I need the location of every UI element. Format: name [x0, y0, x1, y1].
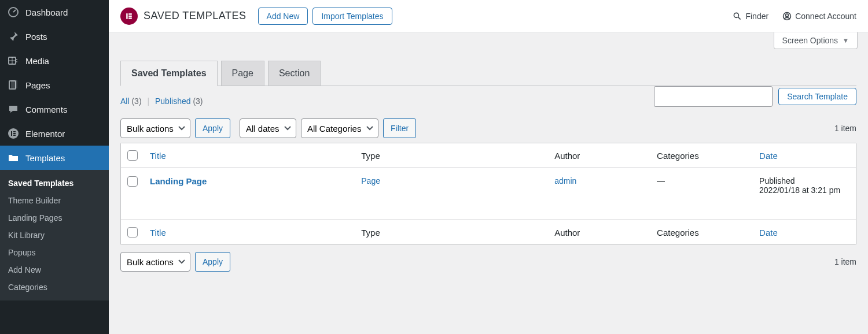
- filter-published-count: (3): [193, 97, 203, 106]
- template-date-value: 2022/01/18 at 3:21 pm: [759, 185, 850, 195]
- item-count-top: 1 item: [834, 124, 856, 133]
- sidebar-item-dashboard[interactable]: Dashboard: [0, 0, 109, 24]
- elementor-logo: [120, 8, 138, 25]
- template-categories: —: [657, 176, 665, 185]
- sidebar-item-label: Dashboard: [25, 8, 102, 17]
- sidebar-item-label: Pages: [25, 80, 102, 90]
- apply-bulk-button-bottom[interactable]: Apply: [195, 252, 230, 272]
- tab-saved-templates[interactable]: Saved Templates: [120, 61, 218, 86]
- sidebar-item-elementor[interactable]: Elementor: [0, 121, 109, 146]
- submenu-item-add-new[interactable]: Add New: [0, 261, 109, 279]
- user-icon: [782, 12, 792, 21]
- svg-rect-12: [128, 13, 132, 14]
- bulk-actions-select-bottom[interactable]: Bulk actions: [120, 252, 190, 272]
- svg-rect-11: [126, 13, 127, 19]
- column-footer-date[interactable]: Date: [759, 228, 778, 237]
- svg-point-15: [734, 13, 739, 17]
- column-header-categories: Categories: [657, 151, 699, 161]
- comment-icon: [7, 103, 20, 116]
- templates-table: Title Type Author Categories Date Landin…: [120, 143, 856, 245]
- status-filter-links: All (3) | Published (3): [120, 97, 654, 106]
- svg-rect-14: [128, 17, 132, 18]
- tabs-nav: Saved Templates Page Section: [120, 61, 856, 86]
- add-new-button[interactable]: Add New: [258, 8, 308, 25]
- column-footer-title[interactable]: Title: [150, 228, 166, 237]
- sidebar-item-posts[interactable]: Posts: [0, 24, 109, 49]
- top-bar: SAVED TEMPLATES Add New Import Templates…: [109, 0, 868, 32]
- sidebar-item-comments[interactable]: Comments: [0, 97, 109, 121]
- template-title-link[interactable]: Landing Page: [150, 176, 207, 186]
- dashboard-icon: [7, 6, 20, 18]
- sidebar-item-pages[interactable]: Pages: [0, 73, 109, 97]
- column-footer-author: Author: [554, 228, 580, 237]
- template-date-status: Published: [759, 176, 850, 185]
- admin-sidebar: Dashboard Posts Media Pages Comments Ele…: [0, 0, 109, 334]
- sidebar-item-label: Elementor: [25, 129, 102, 139]
- pin-icon: [7, 30, 20, 43]
- folder-icon: [7, 151, 20, 164]
- search-input[interactable]: [654, 86, 773, 107]
- bulk-actions-select[interactable]: Bulk actions: [120, 118, 190, 138]
- svg-rect-8: [13, 131, 16, 132]
- connect-account-label: Connect Account: [795, 12, 856, 21]
- submenu-item-theme-builder[interactable]: Theme Builder: [0, 192, 109, 209]
- template-type-link[interactable]: Page: [361, 176, 380, 185]
- tab-section[interactable]: Section: [268, 61, 321, 86]
- select-all-checkbox[interactable]: [127, 150, 138, 161]
- template-author-link[interactable]: admin: [554, 176, 576, 185]
- caret-down-icon: ▼: [843, 37, 849, 44]
- sidebar-item-label: Posts: [25, 32, 102, 42]
- category-filter-select[interactable]: All Categories: [301, 118, 378, 138]
- apply-bulk-button[interactable]: Apply: [195, 118, 230, 138]
- svg-point-17: [786, 14, 789, 17]
- date-filter-select[interactable]: All dates: [240, 118, 296, 138]
- finder-label: Finder: [745, 12, 768, 21]
- filter-all-count: (3): [131, 97, 141, 106]
- sidebar-item-label: Templates: [25, 153, 102, 163]
- svg-rect-9: [13, 133, 16, 134]
- table-row: Landing Page Page admin — Published 2022…: [121, 168, 856, 220]
- search-icon: [733, 12, 742, 21]
- submenu-item-landing-pages[interactable]: Landing Pages: [0, 209, 109, 227]
- screen-options-toggle[interactable]: Screen Options ▼: [774, 32, 858, 49]
- sidebar-item-media[interactable]: Media: [0, 49, 109, 73]
- svg-rect-13: [128, 15, 132, 16]
- filter-published-link[interactable]: Published: [155, 97, 191, 106]
- sidebar-item-label: Media: [25, 56, 102, 66]
- column-header-date[interactable]: Date: [759, 151, 778, 161]
- submenu-item-popups[interactable]: Popups: [0, 244, 109, 261]
- import-templates-button[interactable]: Import Templates: [312, 8, 392, 25]
- page-title: SAVED TEMPLATES: [144, 10, 247, 22]
- sidebar-item-label: Comments: [25, 105, 102, 114]
- svg-point-3: [16, 61, 17, 62]
- column-footer-type: Type: [361, 228, 380, 237]
- submenu-item-saved-templates[interactable]: Saved Templates: [0, 175, 109, 192]
- select-all-checkbox-bottom[interactable]: [127, 227, 138, 237]
- page-icon: [7, 79, 20, 91]
- tab-page[interactable]: Page: [221, 61, 264, 86]
- filter-all-link[interactable]: All: [120, 97, 130, 106]
- filter-button[interactable]: Filter: [383, 118, 416, 138]
- svg-rect-10: [13, 135, 16, 136]
- column-footer-categories: Categories: [657, 228, 699, 237]
- submenu-item-categories[interactable]: Categories: [0, 279, 109, 296]
- finder-link[interactable]: Finder: [733, 12, 768, 21]
- row-checkbox[interactable]: [127, 176, 138, 187]
- svg-point-2: [16, 59, 17, 60]
- connect-account-link[interactable]: Connect Account: [782, 12, 856, 21]
- media-icon: [7, 54, 20, 67]
- svg-rect-7: [11, 131, 12, 136]
- screen-options-label: Screen Options: [782, 36, 838, 45]
- svg-rect-5: [11, 80, 17, 88]
- column-header-type: Type: [361, 151, 380, 161]
- submenu-item-kit-library[interactable]: Kit Library: [0, 227, 109, 244]
- elementor-icon: [7, 127, 20, 140]
- sidebar-item-templates[interactable]: Templates: [0, 146, 109, 170]
- column-header-author: Author: [554, 151, 580, 161]
- search-button[interactable]: Search Template: [778, 88, 856, 105]
- column-header-title[interactable]: Title: [150, 151, 166, 161]
- item-count-bottom: 1 item: [834, 257, 856, 266]
- sidebar-submenu: Saved Templates Theme Builder Landing Pa…: [0, 170, 109, 300]
